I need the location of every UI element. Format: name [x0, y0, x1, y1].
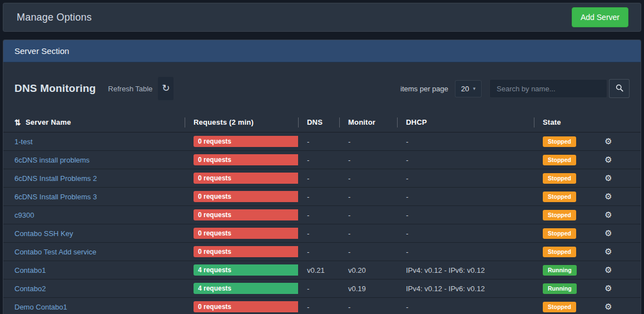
- requests-badge: 4 requests: [194, 264, 298, 276]
- dhcp-value: -: [397, 138, 534, 146]
- monitor-value: -: [339, 138, 397, 146]
- state-badge: Stopped: [543, 302, 576, 312]
- table-row: 6cDNS Install Problems 3 0 requests - - …: [3, 188, 641, 206]
- col-header-monitor: Monitor: [339, 112, 397, 132]
- dhcp-value: -: [397, 229, 534, 238]
- col-header-server-name[interactable]: ⇅ Server Name: [14, 112, 185, 132]
- refresh-table-label: Refresh Table: [108, 85, 152, 93]
- page-title: Manage Options: [17, 12, 92, 23]
- table-row: 6cDNS Install Problems 2 0 requests - - …: [3, 169, 641, 188]
- requests-badge: 0 requests: [194, 209, 298, 220]
- topbar: Manage Options Add Server: [3, 3, 641, 32]
- requests-badge: 0 requests: [194, 301, 298, 312]
- table-row: c9300 0 requests - - - Stopped ⚙: [3, 206, 641, 224]
- sort-icon[interactable]: ⇅: [14, 118, 21, 127]
- gear-icon[interactable]: ⚙: [605, 173, 612, 183]
- table-row: Contabo1 4 requests v0.21 v0.20 IPv4: v0…: [3, 261, 641, 279]
- gear-icon[interactable]: ⚙: [605, 247, 612, 257]
- gear-icon[interactable]: ⚙: [605, 228, 612, 238]
- server-section-panel: Server Section DNS Monitoring Refresh Ta…: [3, 40, 641, 314]
- table-row: 1-test 0 requests - - - Stopped ⚙: [3, 133, 641, 151]
- dns-value: v0.21: [298, 266, 339, 274]
- section-header: Server Section: [3, 40, 641, 62]
- gear-icon[interactable]: ⚙: [605, 155, 612, 165]
- gear-icon[interactable]: ⚙: [605, 136, 612, 146]
- state-badge: Stopped: [543, 247, 576, 257]
- dns-value: -: [298, 211, 339, 219]
- gear-icon[interactable]: ⚙: [605, 192, 612, 202]
- monitor-value: v0.20: [339, 266, 397, 274]
- monitor-value: -: [339, 229, 397, 238]
- table-row: Contabo SSH Key 0 requests - - - Stopped…: [3, 224, 641, 243]
- dns-value: -: [298, 156, 339, 164]
- col-header-dhcp: DHCP: [397, 112, 534, 132]
- monitor-value: v0.19: [339, 284, 397, 293]
- server-name-link[interactable]: 6cDNS Install Problems 3: [14, 193, 97, 201]
- dns-value: -: [298, 138, 339, 146]
- search-icon: [615, 84, 624, 94]
- add-server-button[interactable]: Add Server: [572, 7, 628, 27]
- server-name-link[interactable]: 6cDNS Install Problems 2: [14, 174, 97, 183]
- requests-badge: 0 requests: [194, 154, 298, 165]
- server-name-link[interactable]: Contabo SSH Key: [14, 229, 73, 238]
- col-header-dns: DNS: [298, 112, 339, 132]
- requests-badge: 0 requests: [194, 173, 298, 184]
- monitor-value: -: [339, 193, 397, 201]
- state-badge: Stopped: [543, 155, 576, 165]
- requests-badge: 4 requests: [194, 283, 298, 294]
- dhcp-value: -: [397, 211, 534, 219]
- gear-icon[interactable]: ⚙: [605, 302, 612, 312]
- refresh-icon: ↻: [162, 83, 170, 94]
- dns-value: -: [298, 174, 339, 183]
- server-name-link[interactable]: Demo Contabo1: [14, 303, 67, 311]
- dns-value: -: [298, 284, 339, 293]
- table-body: 1-test 0 requests - - - Stopped ⚙ 6cDNS …: [3, 133, 641, 314]
- gear-icon[interactable]: ⚙: [605, 265, 612, 275]
- monitor-value: -: [339, 174, 397, 183]
- dhcp-value: IPv4: v0.12 - IPv6: v0.12: [397, 266, 534, 274]
- server-name-link[interactable]: Contabo2: [14, 284, 46, 293]
- refresh-button[interactable]: ↻: [158, 77, 174, 100]
- col-header-actions: [587, 112, 630, 132]
- table-row: Contabo Test Add service 0 requests - - …: [3, 243, 641, 261]
- search-input[interactable]: [489, 79, 607, 98]
- chevron-down-icon: ▾: [473, 86, 475, 91]
- monitor-value: -: [339, 303, 397, 311]
- gear-icon[interactable]: ⚙: [605, 283, 612, 293]
- dns-value: -: [298, 193, 339, 201]
- server-name-link[interactable]: Contabo Test Add service: [14, 248, 96, 256]
- dns-value: -: [298, 303, 339, 311]
- state-badge: Stopped: [543, 192, 576, 202]
- table-header: ⇅ Server Name Requests (2 min) DNS Monit…: [3, 112, 641, 133]
- state-badge: Running: [543, 265, 577, 276]
- state-badge: Running: [543, 283, 577, 294]
- table-row: Demo Contabo1 0 requests - - - Stopped ⚙: [3, 298, 641, 314]
- requests-badge: 0 requests: [194, 136, 298, 147]
- server-name-link[interactable]: c9300: [14, 211, 34, 219]
- dhcp-value: IPv4: v0.12 - IPv6: v0.12: [397, 284, 534, 293]
- monitor-value: -: [339, 211, 397, 219]
- state-badge: Stopped: [543, 136, 576, 147]
- requests-badge: 0 requests: [194, 191, 298, 202]
- dhcp-value: -: [397, 193, 534, 201]
- dhcp-value: -: [397, 248, 534, 256]
- items-per-page-select[interactable]: 20 ▾: [455, 80, 482, 97]
- dhcp-value: -: [397, 174, 534, 183]
- monitor-value: -: [339, 156, 397, 164]
- col-header-server-name-label: Server Name: [26, 118, 71, 126]
- server-name-link[interactable]: 1-test: [14, 138, 33, 146]
- dns-value: -: [298, 229, 339, 238]
- state-badge: Stopped: [543, 228, 576, 239]
- dhcp-value: -: [397, 303, 534, 311]
- items-per-page-value: 20: [461, 85, 469, 93]
- table-row: Contabo2 4 requests - v0.19 IPv4: v0.12 …: [3, 279, 641, 298]
- items-per-page-label: items per page: [400, 85, 448, 93]
- gear-icon[interactable]: ⚙: [605, 210, 612, 220]
- requests-badge: 0 requests: [194, 246, 298, 257]
- col-header-state: State: [534, 112, 587, 132]
- server-name-link[interactable]: Contabo1: [14, 266, 46, 274]
- server-name-link[interactable]: 6cDNS install problems: [14, 156, 90, 164]
- search-button[interactable]: [609, 79, 630, 98]
- dhcp-value: -: [397, 156, 534, 164]
- requests-badge: 0 requests: [194, 228, 298, 239]
